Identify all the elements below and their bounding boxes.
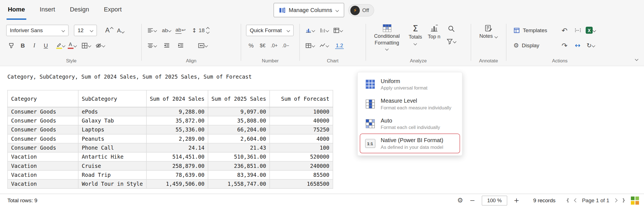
table-cell[interactable]: 24.14	[146, 143, 208, 152]
first-page-button[interactable]	[567, 197, 570, 204]
top-n-button[interactable]: Top n	[425, 24, 443, 41]
font-family-select[interactable]: Inforiver Sans	[6, 24, 68, 36]
column-header[interactable]: Sum of 2024 Sales	[146, 90, 208, 107]
chart-decimal-button[interactable]: 1.2	[334, 40, 345, 51]
chart-type-button[interactable]	[305, 24, 315, 36]
text-overflow-button[interactable]: ab	[161, 24, 172, 36]
templates-button[interactable]: Templates	[511, 24, 558, 36]
tab-home[interactable]: Home	[7, 0, 26, 20]
manage-columns-button[interactable]: Manage Columns	[274, 3, 344, 17]
table-cell[interactable]: 75250	[269, 125, 333, 134]
table-row[interactable]: Consumer GoodsPhone Call24.1421.43100	[8, 143, 333, 152]
currency-button[interactable]: $€	[257, 40, 268, 51]
increase-font-button[interactable]: A	[104, 24, 114, 36]
tab-design[interactable]: Design	[69, 0, 90, 20]
expand-width-button[interactable]: ↔	[572, 40, 583, 51]
merge-cells-button[interactable]	[198, 40, 208, 51]
decrease-decimal-button[interactable]: .0−	[281, 40, 291, 51]
collapse-ribbon-button[interactable]	[635, 55, 638, 62]
zoom-level[interactable]: 100 %	[482, 196, 507, 205]
table-cell[interactable]: Consumer Goods	[8, 125, 78, 134]
menu-item-auto[interactable]: Auto Format each cell individually	[360, 114, 460, 134]
last-page-button[interactable]	[621, 197, 624, 204]
table-row[interactable]: Consumer GoodsGalaxy Tab35,872.0035,808.…	[8, 116, 333, 125]
quick-format-select[interactable]: Quick Format	[246, 24, 293, 36]
wrap-text-button[interactable]: ab ↩	[175, 24, 186, 36]
display-button[interactable]: ⚙ Display	[511, 39, 558, 51]
table-cell[interactable]: 83,394.00	[208, 170, 270, 179]
decrease-font-button[interactable]: A	[115, 24, 126, 36]
horizontal-align-button[interactable]	[147, 24, 157, 36]
chart-table-button[interactable]	[305, 40, 315, 51]
table-cell[interactable]: 510,361.00	[208, 152, 270, 161]
table-cell[interactable]: 1,558,747.00	[208, 179, 270, 188]
percent-button[interactable]: %	[246, 40, 256, 51]
column-header[interactable]: Sum of 2025 Sales	[208, 90, 270, 107]
table-cell[interactable]: Phone Call	[78, 143, 146, 152]
table-cell[interactable]: 1,459,506.00	[146, 179, 208, 188]
table-cell[interactable]: Consumer Goods	[8, 143, 78, 152]
table-cell[interactable]: Vacation	[8, 170, 78, 179]
prev-page-button[interactable]	[575, 197, 577, 204]
notes-button[interactable]: Notes	[477, 24, 501, 40]
column-header[interactable]: Sum of Forecast	[269, 90, 333, 107]
table-cell[interactable]: 2,604.00	[208, 134, 270, 143]
table-cell[interactable]: World Tour in Style	[78, 179, 146, 188]
table-cell[interactable]: Vacation	[8, 161, 78, 170]
italic-button[interactable]: I	[29, 40, 39, 51]
table-cell[interactable]: Consumer Goods	[8, 134, 78, 143]
table-cell[interactable]: 55,336.00	[146, 125, 208, 134]
chart-settings-button[interactable]	[333, 24, 343, 36]
table-cell[interactable]: 240000	[269, 161, 333, 170]
table-cell[interactable]: Peanuts	[78, 134, 146, 143]
table-cell[interactable]: 514,451.00	[146, 152, 208, 161]
table-cell[interactable]: Laptops	[78, 125, 146, 134]
fit-width-button[interactable]	[572, 24, 583, 36]
undo-button[interactable]: ↶	[559, 24, 570, 36]
table-row[interactable]: Consumer GoodsLaptops55,336.0066,204.007…	[8, 125, 333, 134]
table-cell[interactable]: Consumer Goods	[8, 107, 78, 116]
next-page-button[interactable]	[614, 197, 617, 204]
redo-button[interactable]: ↷	[559, 40, 570, 51]
table-cell[interactable]: 35,872.00	[146, 116, 208, 125]
table-cell[interactable]: 40000	[269, 116, 333, 125]
vertical-align-button[interactable]	[147, 40, 157, 51]
refresh-button[interactable]: ↻	[586, 40, 596, 51]
borders-button[interactable]	[81, 40, 91, 51]
table-cell[interactable]: Vacation	[8, 152, 78, 161]
table-cell[interactable]: Road Trip	[78, 170, 146, 179]
table-cell[interactable]: 258,879.00	[146, 161, 208, 170]
conditional-formatting-button[interactable]: Conditional Formatting	[368, 24, 406, 51]
menu-item-uniform[interactable]: Uniform Apply universal format	[360, 74, 460, 94]
table-cell[interactable]: 85500	[269, 170, 333, 179]
table-cell[interactable]: Galaxy Tab	[78, 116, 146, 125]
highlight-color-button[interactable]	[55, 40, 66, 51]
data-table[interactable]: CategorySubCategorySum of 2024 SalesSum …	[7, 90, 333, 189]
zoom-out-button[interactable]: −	[468, 197, 477, 204]
table-cell[interactable]: Vacation	[8, 179, 78, 188]
row-height-control[interactable]: ↕ 18	[192, 24, 209, 36]
table-cell[interactable]: 1658500	[269, 179, 333, 188]
underline-button[interactable]: U	[41, 40, 51, 51]
indent-decrease-button[interactable]	[161, 40, 172, 51]
tab-export[interactable]: Export	[103, 0, 123, 20]
table-cell[interactable]: 9,097.00	[208, 107, 270, 116]
table-row[interactable]: VacationCruise258,879.00236,851.00240000	[8, 161, 333, 170]
column-header[interactable]: SubCategory	[78, 90, 146, 107]
chart-stack-button[interactable]	[319, 24, 329, 36]
format-painter-button[interactable]	[6, 40, 16, 51]
table-cell[interactable]: 2,289.00	[146, 134, 208, 143]
zoom-in-button[interactable]: +	[513, 197, 521, 204]
totals-button[interactable]: Σ Totals	[406, 24, 425, 45]
off-toggle[interactable]: ⚡ Off	[348, 4, 374, 17]
row-height-up-icon[interactable]	[206, 27, 210, 30]
table-cell[interactable]: 520000	[269, 152, 333, 161]
table-row[interactable]: Consumer GoodsePods9,288.009,097.0010000	[8, 107, 333, 116]
table-cell[interactable]: 10000	[269, 107, 333, 116]
table-row[interactable]: VacationAntartic Hike514,451.00510,361.0…	[8, 152, 333, 161]
bold-button[interactable]: B	[18, 40, 28, 51]
settings-gear-button[interactable]: ⚙	[457, 197, 463, 204]
table-cell[interactable]: 9,288.00	[146, 107, 208, 116]
tab-insert[interactable]: Insert	[39, 0, 56, 20]
sparkline-button[interactable]	[319, 40, 329, 51]
